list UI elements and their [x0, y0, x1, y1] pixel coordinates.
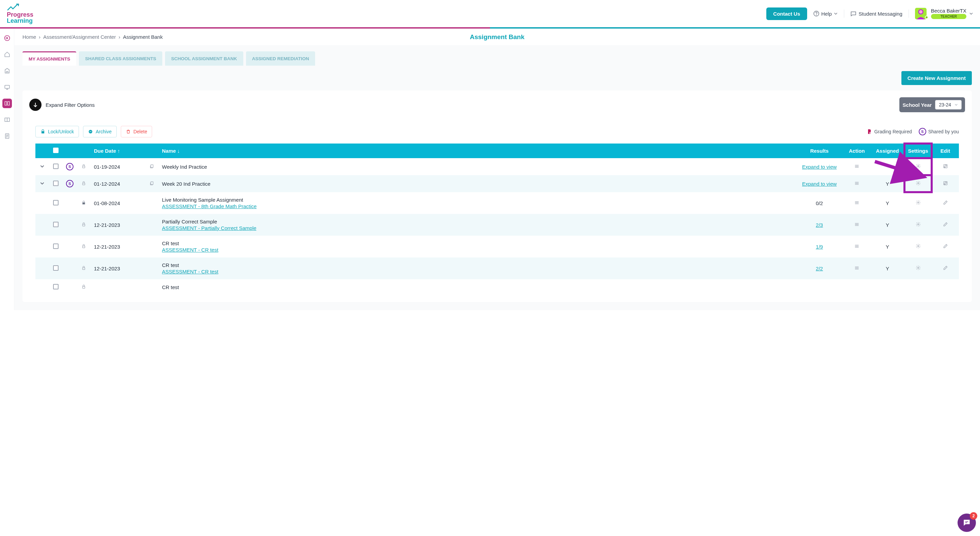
archive-button[interactable]: Archive — [83, 126, 117, 137]
student-messaging-link[interactable]: Student Messaging — [850, 11, 902, 17]
results-value[interactable]: Expand to view — [802, 164, 837, 170]
expand-row-toggle[interactable] — [40, 181, 45, 187]
assessment-link[interactable]: ASSESSMENT - Partially Correct Sample — [162, 225, 792, 231]
tab-shared-class[interactable]: SHARED CLASS ASSIGNMENTS — [79, 51, 162, 66]
chevron-down-icon — [955, 103, 958, 106]
svg-rect-17 — [151, 182, 153, 184]
expand-row-toggle[interactable] — [40, 164, 45, 170]
settings-gear-icon[interactable] — [916, 266, 921, 271]
edit-pencil-icon[interactable] — [943, 266, 948, 271]
edit-pencil-icon[interactable] — [943, 222, 948, 228]
lock-icon[interactable] — [81, 244, 86, 250]
assessment-link[interactable]: ASSESSMENT - CR test — [162, 269, 792, 274]
results-value[interactable]: 2/2 — [816, 266, 823, 271]
user-menu[interactable]: Becca BakerTX TEACHER — [915, 8, 973, 19]
delete-button[interactable]: Delete — [121, 126, 152, 137]
settings-gear-icon[interactable] — [916, 222, 921, 228]
school-year-select[interactable]: 23-24 — [935, 100, 962, 109]
settings-gear-icon[interactable] — [916, 200, 921, 206]
assigned-cell: Y — [870, 192, 904, 214]
edit-icon[interactable] — [943, 164, 948, 170]
duplicate-icon[interactable] — [150, 164, 154, 170]
assigned-cell: Y — [870, 214, 904, 236]
action-menu-icon[interactable] — [854, 181, 859, 187]
col-name[interactable]: Name — [162, 148, 176, 154]
sidenav-library[interactable] — [2, 115, 12, 124]
lock-icon[interactable] — [81, 284, 86, 290]
lock-unlock-button[interactable]: Lock/Unlock — [35, 126, 79, 137]
table-row: CR test — [35, 279, 959, 295]
due-date-cell: 12-21-2023 — [91, 257, 145, 279]
trash-icon — [126, 129, 130, 134]
assessment-link[interactable]: ASSESSMENT - 8th Grade Math Practice — [162, 203, 792, 209]
lock-icon — [40, 129, 45, 134]
tab-remediation[interactable]: ASSIGNED REMEDIATION — [246, 51, 315, 66]
select-all-checkbox[interactable] — [53, 147, 59, 153]
logo[interactable]: Progress Learning — [7, 3, 33, 24]
school-year-selector: School Year 23-24 — [899, 97, 965, 112]
assignment-name: Live Monitoring Sample Assignment — [162, 197, 792, 203]
home-icon — [4, 51, 10, 57]
table-row: S01-19-2024Weekly Ind PracticeExpand to … — [35, 158, 959, 175]
school-year-label: School Year — [903, 102, 932, 108]
tabs: MY ASSIGNMENTS SHARED CLASS ASSIGNMENTS … — [14, 45, 980, 66]
create-row: Create New Assignment — [22, 66, 972, 90]
shared-icon: S — [66, 180, 73, 187]
svg-point-23 — [917, 224, 919, 225]
shared-icon: S — [66, 163, 73, 170]
duplicate-icon[interactable] — [150, 181, 154, 187]
edit-icon[interactable] — [943, 181, 948, 187]
lock-icon[interactable] — [81, 266, 86, 271]
help-menu[interactable]: Help — [813, 11, 838, 17]
action-menu-icon[interactable] — [854, 266, 859, 272]
sidenav-assignments[interactable] — [2, 98, 12, 108]
row-checkbox[interactable] — [53, 284, 59, 289]
action-menu-icon[interactable] — [854, 164, 859, 170]
results-value[interactable]: Expand to view — [802, 181, 837, 187]
row-checkbox[interactable] — [53, 163, 59, 169]
lock-icon[interactable] — [81, 222, 86, 228]
due-date-cell: 01-19-2024 — [91, 158, 145, 175]
chevron-right-icon: › — [118, 34, 120, 40]
row-checkbox[interactable] — [53, 244, 59, 249]
table-card: Lock/Unlock Archive Delete — [29, 119, 965, 295]
action-menu-icon[interactable] — [854, 244, 859, 250]
sidenav-collapse[interactable] — [2, 33, 12, 43]
settings-gear-icon[interactable] — [916, 164, 921, 170]
tab-school-bank[interactable]: SCHOOL ASSIGNMENT BANK — [165, 51, 243, 66]
row-checkbox[interactable] — [53, 265, 59, 271]
edit-pencil-icon[interactable] — [943, 200, 948, 206]
row-checkbox[interactable] — [53, 200, 59, 205]
school-year-value: 23-24 — [939, 102, 951, 108]
breadcrumb-home[interactable]: Home — [22, 34, 36, 40]
results-value[interactable]: 2/3 — [816, 222, 823, 228]
tab-my-assignments[interactable]: MY ASSIGNMENTS — [22, 51, 76, 66]
row-checkbox[interactable] — [53, 222, 59, 227]
action-menu-icon[interactable] — [854, 201, 859, 206]
sidenav-classes[interactable] — [2, 82, 12, 92]
action-menu-icon[interactable] — [854, 222, 859, 228]
message-icon — [850, 11, 856, 17]
col-due-date[interactable]: Due Date — [94, 148, 116, 154]
edit-pencil-icon[interactable] — [943, 244, 948, 250]
breadcrumb-center[interactable]: Assessment/Assignment Center — [43, 34, 116, 40]
expand-filter-toggle[interactable] — [29, 98, 41, 111]
sidenav-school[interactable] — [2, 66, 12, 76]
sidenav-reports[interactable] — [2, 131, 12, 141]
sidenav-home[interactable] — [2, 50, 12, 59]
lock-icon[interactable] — [81, 200, 86, 206]
table-row: S01-12-2024Week 20 Ind PracticeExpand to… — [35, 175, 959, 192]
legend: Grading Required S Shared by you — [867, 128, 959, 135]
settings-gear-icon[interactable] — [916, 244, 921, 250]
lock-icon[interactable] — [81, 181, 86, 187]
contact-us-button[interactable]: Contact Us — [766, 8, 807, 20]
table-row: 12-21-2023Partially Correct SampleASSESS… — [35, 214, 959, 236]
settings-gear-icon[interactable] — [916, 181, 921, 187]
lock-icon[interactable] — [81, 164, 86, 170]
create-assignment-button[interactable]: Create New Assignment — [901, 71, 972, 85]
assessment-link[interactable]: ASSESSMENT - CR test — [162, 247, 792, 253]
results-value[interactable]: 1/9 — [816, 244, 823, 250]
row-checkbox[interactable] — [53, 181, 59, 186]
col-assigned: Assigned — [876, 148, 899, 154]
svg-rect-22 — [83, 224, 85, 226]
